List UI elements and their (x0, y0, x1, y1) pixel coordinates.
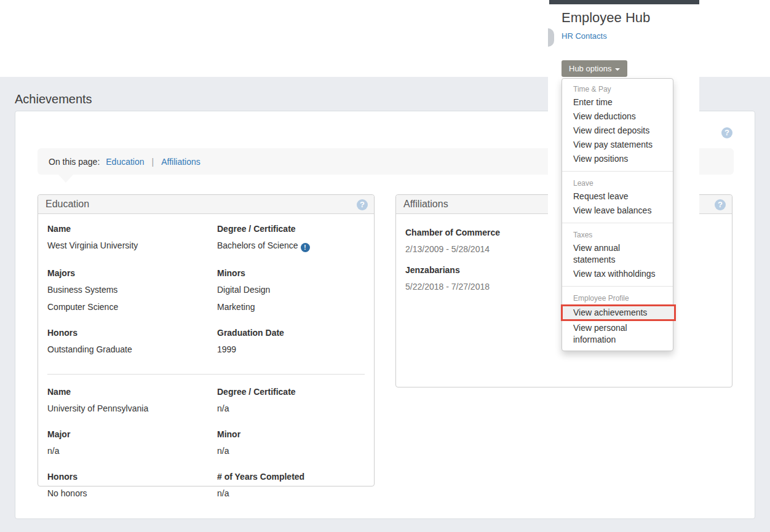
nav-pointer-tail (58, 175, 73, 183)
field-value: n/a (217, 446, 365, 456)
field-label: Honors (47, 328, 217, 338)
menu-section-header-taxes: Taxes (562, 228, 673, 241)
top-accent-bar (549, 0, 699, 4)
field-value: Marketing (217, 302, 365, 312)
on-this-page-label: On this page: (49, 157, 100, 167)
field-name: Name University of Pennsylvania (47, 387, 217, 421)
menu-item-view-achievements[interactable]: View achievements (561, 304, 676, 321)
menu-item-enter-time[interactable]: Enter time (562, 95, 673, 109)
field-label: Major (47, 429, 217, 439)
menu-item-view-deductions[interactable]: View deductions (562, 109, 673, 124)
menu-section-header-employee-profile: Employee Profile (562, 292, 673, 304)
field-label: Name (47, 387, 217, 397)
field-major: Major n/a (47, 429, 217, 463)
field-value: Outstanding Graduate (47, 344, 217, 354)
menu-divider (562, 171, 673, 172)
entry-divider (47, 374, 365, 375)
employee-hub-title: Employee Hub (562, 10, 650, 26)
field-label: Minors (217, 268, 365, 278)
field-name: Name West Virginia University (47, 224, 217, 260)
field-value: Bachelors of Science! (217, 240, 365, 252)
menu-item-view-direct-deposits[interactable]: View direct deposits (562, 124, 673, 138)
menu-item-view-positions[interactable]: View positions (562, 152, 673, 166)
field-minors: Minors Digital Design Marketing (217, 268, 365, 319)
field-degree: Degree / Certificate n/a (217, 387, 365, 421)
hub-options-button[interactable]: Hub options (562, 60, 627, 77)
menu-item-view-annual-statements[interactable]: View annual statements (562, 241, 673, 267)
field-honors: Honors No honors (47, 472, 217, 506)
field-label: Majors (47, 268, 217, 278)
field-value: n/a (217, 488, 365, 498)
caret-down-icon (615, 68, 620, 71)
field-label: Degree / Certificate (217, 224, 365, 234)
field-graduation-date: Graduation Date 1999 (217, 328, 365, 362)
menu-divider (562, 223, 673, 223)
field-label: Name (47, 224, 217, 234)
menu-divider (562, 286, 673, 287)
menu-section-header-leave: Leave (562, 177, 673, 189)
field-majors: Majors Business Systems Computer Science (47, 268, 217, 319)
link-education[interactable]: Education (106, 157, 144, 167)
field-label: Honors (47, 472, 217, 482)
hub-options-menu: Time & Pay Enter time View deductions Vi… (562, 78, 673, 351)
field-value: University of Pennsylvania (47, 403, 217, 413)
menu-item-view-tax-withholdings[interactable]: View tax withholdings (562, 267, 673, 281)
education-panel-title: Education (46, 199, 89, 209)
field-label: # of Years Completed (217, 472, 365, 482)
field-minor: Minor n/a (217, 429, 365, 463)
drawer-handle[interactable] (548, 28, 554, 47)
field-value: n/a (47, 446, 217, 456)
hr-contacts-link[interactable]: HR Contacts (562, 31, 607, 41)
education-help-icon[interactable]: ? (357, 199, 368, 210)
education-panel-body: Name West Virginia University Degree / C… (38, 214, 374, 514)
menu-section-header-time-pay: Time & Pay (562, 82, 673, 95)
education-entry: Name West Virginia University Degree / C… (47, 224, 365, 370)
field-years-completed: # of Years Completed n/a (217, 472, 365, 506)
education-entry: Name University of Pennsylvania Degree /… (47, 387, 365, 514)
affiliations-help-icon[interactable]: ? (715, 199, 726, 210)
link-affiliations[interactable]: Affiliations (161, 157, 200, 167)
page-help-icon[interactable]: ? (721, 127, 732, 138)
page-title: Achievements (15, 92, 92, 106)
education-panel-header: Education ? (38, 195, 374, 214)
info-icon[interactable]: ! (301, 243, 310, 252)
field-label: Graduation Date (217, 328, 365, 338)
field-value: 1999 (217, 344, 365, 354)
field-label: Minor (217, 429, 365, 439)
affiliations-panel-title: Affiliations (403, 199, 448, 209)
menu-item-view-leave-balances[interactable]: View leave balances (562, 204, 673, 218)
nav-separator: | (152, 157, 154, 167)
field-value: No honors (47, 488, 217, 498)
menu-item-view-pay-statements[interactable]: View pay statements (562, 138, 673, 152)
menu-item-view-personal-information[interactable]: View personal information (562, 321, 673, 347)
field-label: Degree / Certificate (217, 387, 365, 397)
field-value: Business Systems (47, 285, 217, 295)
field-value: Digital Design (217, 285, 365, 295)
field-value: n/a (217, 403, 365, 413)
field-value: West Virginia University (47, 240, 217, 250)
education-panel: Education ? Name West Virginia Universit… (38, 194, 375, 486)
employee-hub-panel: Employee Hub HR Contacts Hub options Tim… (548, 0, 699, 329)
field-honors: Honors Outstanding Graduate (47, 328, 217, 362)
field-value: Computer Science (47, 302, 217, 312)
menu-item-request-leave[interactable]: Request leave (562, 189, 673, 204)
field-degree: Degree / Certificate Bachelors of Scienc… (217, 224, 365, 260)
